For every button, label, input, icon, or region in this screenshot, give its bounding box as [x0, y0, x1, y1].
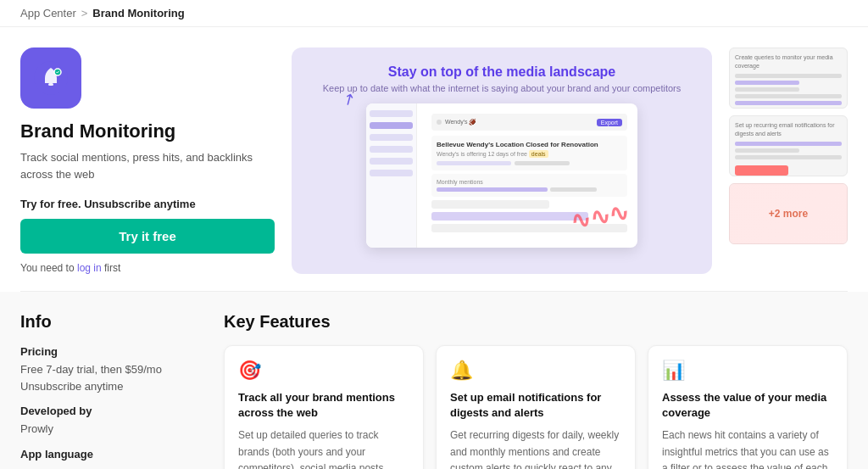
try-free-label: Try for free. Unsubscribe anytime	[20, 198, 275, 210]
app-title: Brand Monitoring	[20, 120, 275, 142]
pricing-value-1: Free 7-day trial, then $59/mo	[20, 361, 190, 378]
info-column: Info Pricing Free 7-day trial, then $59/…	[20, 312, 190, 469]
thumbnail-mockline	[735, 87, 799, 92]
app-icon	[20, 47, 81, 109]
feature-card-desc-2: Get recurring digests for daily, weekly …	[450, 427, 621, 469]
try-it-free-button[interactable]: Try it free	[20, 219, 275, 254]
thumbnail-mockline	[735, 148, 799, 153]
feature-card-desc-3: Each news hit contains a variety of insi…	[662, 427, 833, 469]
language-label: App language	[20, 448, 190, 461]
mock-sidebar-item	[370, 158, 413, 165]
more-label: +2 more	[769, 208, 808, 220]
thumbnails-panel: Create queries to monitor your media cov…	[729, 47, 848, 274]
app-description: Track social mentions, press hits, and b…	[20, 149, 275, 182]
feature-card-title-2: Set up email notifications for digests a…	[450, 390, 621, 421]
pricing-label: Pricing	[20, 345, 190, 358]
feature-card-desc-1: Set up detailed queries to track brands …	[238, 427, 409, 469]
feature-card-1: 🎯 Track all your brand mentions across t…	[224, 345, 424, 469]
developed-label: Developed by	[20, 405, 190, 417]
hero-subtitle: Keep up to date with what the internet i…	[323, 83, 682, 93]
feature-card-title-1: Track all your brand mentions across the…	[238, 390, 409, 421]
developed-value: Prowly	[20, 421, 190, 438]
page-container: App Center > Brand Monitoring Brand Moni…	[0, 0, 868, 469]
thumbnail-mockline	[735, 155, 842, 159]
features-column: Key Features 🎯 Track all your brand ment…	[224, 312, 848, 469]
svg-rect-1	[48, 83, 53, 86]
feature-icon-3: 📊	[662, 360, 833, 382]
info-heading: Info	[20, 312, 190, 332]
mock-sidebar-item	[370, 110, 413, 117]
thumbnail-mockline	[735, 94, 842, 98]
login-note: You need to log in first	[20, 262, 275, 274]
mock-sidebar-item	[370, 134, 413, 141]
breadcrumb-parent[interactable]: App Center	[20, 7, 76, 20]
mock-header: Wendy's 🏈 Export	[431, 114, 627, 131]
mock-row	[431, 212, 588, 221]
login-link[interactable]: log in	[77, 262, 102, 274]
mock-row	[431, 200, 549, 209]
login-note-suffix: first	[102, 262, 121, 274]
thumbnail-mockline	[735, 81, 799, 85]
feature-icon-2: 🔔	[450, 360, 621, 382]
pricing-value-2: Unsubscribe anytime	[20, 378, 190, 395]
thumbnail-mocklines	[735, 74, 842, 105]
feature-card-title-3: Assess the value of your media coverage	[662, 390, 833, 421]
thumbnail-2[interactable]: Set up recurring email notifications for…	[729, 115, 848, 176]
thumbnail-mockline	[735, 74, 842, 78]
hero-screenshot: Wendy's 🏈 Export Bellevue Wendy's Locati…	[366, 103, 637, 248]
top-section: Brand Monitoring Track social mentions, …	[0, 27, 868, 291]
breadcrumb-current: Brand Monitoring	[92, 7, 184, 20]
breadcrumb-separator: >	[81, 7, 88, 20]
mock-sidebar-item	[370, 170, 413, 176]
thumbnail-more[interactable]: +2 more	[729, 183, 848, 244]
hero-panel: Stay on top of the media landscape Keep …	[292, 47, 712, 274]
thumbnail-2-label: Set up recurring email notifications for…	[735, 121, 842, 138]
features-grid: 🎯 Track all your brand mentions across t…	[224, 345, 848, 469]
thumbnail-1-label: Create queries to monitor your media cov…	[735, 53, 842, 70]
mock-sidebar-item	[370, 122, 413, 129]
feature-icon-1: 🎯	[238, 360, 409, 382]
thumbnail-mockline	[735, 101, 842, 105]
feature-card-3: 📊 Assess the value of your media coverag…	[648, 345, 848, 469]
hero-title: Stay on top of the media landscape	[388, 64, 616, 80]
mock-sidebar	[366, 103, 417, 248]
thumbnail-mockline	[735, 142, 842, 146]
thumbnail-1[interactable]: Create queries to monitor your media cov…	[729, 47, 848, 109]
thumbnail-mocklines	[735, 142, 842, 176]
left-panel: Brand Monitoring Track social mentions, …	[20, 47, 275, 274]
mock-card-2: Monthly mentions	[431, 174, 627, 197]
mock-sidebar-item	[370, 146, 413, 153]
bell-icon	[34, 61, 68, 95]
feature-card-2: 🔔 Set up email notifications for digests…	[436, 345, 636, 469]
breadcrumb: App Center > Brand Monitoring	[0, 0, 868, 27]
bottom-section: Info Pricing Free 7-day trial, then $59/…	[0, 292, 868, 469]
login-note-prefix: You need to	[20, 262, 77, 274]
features-heading: Key Features	[224, 312, 848, 332]
mock-card-1: Bellevue Wendy's Location Closed for Ren…	[431, 136, 627, 170]
